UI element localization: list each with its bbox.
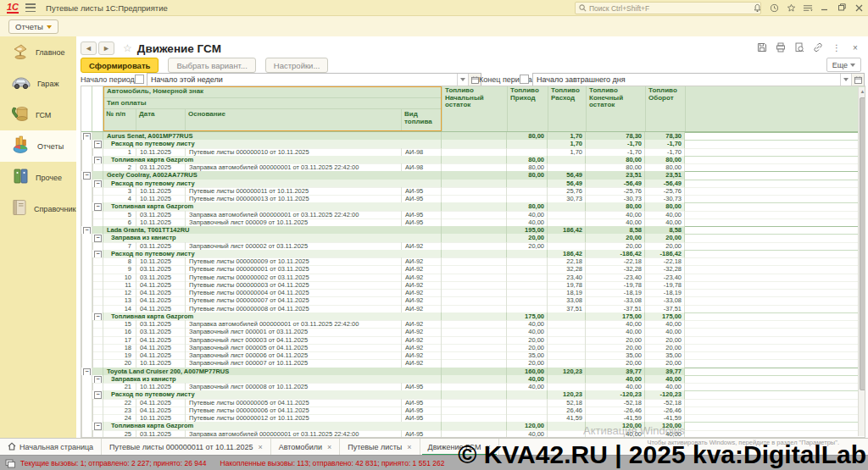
table-row[interactable]: 2110.11.2025Заправочный лист 000008 от 1… [81,383,865,390]
table-group-row[interactable]: −Топливная карта Gazprom80,0080,0080,00 [81,202,865,210]
tab-close-icon[interactable]: × [258,443,262,451]
period-start-checkbox[interactable] [135,75,144,84]
sidebar-item-main[interactable]: Главное [0,36,76,68]
sidebar-item-gsm[interactable]: ГСМ [0,99,76,130]
table-group-row[interactable]: −Geely Coolray, A002AA77RUS80,0056,4923,… [81,171,865,179]
table-group-row[interactable]: −Топливная карта Gazprom120,00120,00120,… [81,422,865,429]
performance-indicator-icon[interactable] [5,459,15,468]
main-menu-icon[interactable] [25,3,36,12]
generate-button[interactable]: Сформировать [81,58,159,73]
search-input[interactable]: Поиск Ctrl+Shift+F [575,2,761,14]
sidebar-item-garage[interactable]: Гараж [0,68,76,99]
minimize-icon[interactable] [819,2,831,14]
collapse-toggle-icon[interactable]: − [83,368,91,375]
table-row[interactable]: 2503.11.2025Заправка автомобилей 0000000… [81,430,865,438]
table-row[interactable]: 1003.11.2025Путевые листы 000000002 от 0… [81,274,865,281]
window-tab[interactable]: Путевые листы× [340,439,420,456]
table-row[interactable]: 903.11.2025Путевые листы 000000001 от 03… [81,265,865,273]
header-fuel-type[interactable]: Вид топлива [402,109,442,131]
table-group-row[interactable]: −Aurus Senat, A001MP77RUS80,001,7078,307… [81,132,865,140]
dropdown-button[interactable] [457,74,468,86]
table-group-row[interactable]: −Расход по путевому листу120,23-120,23-1… [81,390,865,398]
header-num[interactable]: № п/п [103,109,136,131]
table-group-row[interactable]: −Расход по путевому листу56,49-56,49-56,… [81,180,865,187]
collapse-toggle-icon[interactable]: − [94,157,102,163]
get-link-icon[interactable] [812,41,824,53]
table-row[interactable]: 1904.11.2025Заправочный лист 000006 от 0… [81,351,865,359]
vertical-scrollbar[interactable]: ▲ [858,87,865,436]
table-row[interactable]: 1503.11.2025Заправка автомобилей 0000000… [81,320,865,328]
collapse-toggle-icon[interactable]: − [94,235,102,241]
save-icon[interactable] [756,41,768,53]
notifications-bell-icon[interactable] [751,2,763,14]
table-group-row[interactable]: −Расход по путевому листу186,42-186,42-1… [81,250,865,257]
header-basis[interactable]: Основание [186,109,402,131]
print-icon[interactable] [775,41,787,53]
reports-menu-button[interactable]: Отчеты [8,19,58,34]
header-vehicle[interactable]: Автомобиль, Номерной знак [103,86,442,98]
table-group-row[interactable]: −Lada Granta, T001TT142RU195,00186,428,5… [81,226,865,234]
sidebar-item-other[interactable]: Прочее [0,162,76,193]
table-row[interactable]: 1204.11.2025Путевые листы 000000004 от 0… [81,289,865,296]
table-group-row[interactable]: −Топливная карта Gazprom80,0080,0080,00 [81,156,865,163]
close-report-icon[interactable]: × [849,41,861,53]
table-group-row[interactable]: −Заправка из канистр40,0040,0040,00 [81,375,865,383]
dropdown-button[interactable] [840,74,851,86]
table-row[interactable]: 310.11.2025Путевые листы 000000011 от 10… [81,187,865,195]
collapse-toggle-icon[interactable]: − [94,251,102,257]
print-preview-icon[interactable] [793,41,805,53]
more-button[interactable]: Еще [826,58,861,72]
table-group-row[interactable]: −Расход по путевому листу1,70-1,70-1,70 [81,140,865,147]
header-fuel-begin[interactable]: Топливо Начальный остаток [442,86,508,131]
table-row[interactable]: 1104.11.2025Путевые листы 000000003 от 0… [81,281,865,289]
table-row[interactable]: 810.11.2025Путевые листы 000000009 от 10… [81,257,865,265]
collapse-toggle-icon[interactable]: − [94,141,102,147]
table-row[interactable]: 110.11.2025Путевые листы 000000010 от 10… [81,148,865,156]
collapse-toggle-icon[interactable]: − [94,423,102,429]
tab-close-icon[interactable]: × [327,443,331,451]
close-window-icon[interactable] [853,2,865,14]
table-group-row[interactable]: −Toyota Land Cruiser 200, A007MP77RUS160… [81,368,865,375]
table-group-row[interactable]: −Топливная карта Gazprom175,00175,00175,… [81,312,865,320]
period-end-input[interactable]: Начало завтрашнего дня [532,73,865,86]
favorites-star-icon[interactable] [785,2,797,14]
table-row[interactable]: 1704.11.2025Заправочный лист 000003 от 0… [81,336,865,344]
choose-variant-button[interactable]: Выбрать вариант... [168,58,255,73]
header-payment-type[interactable]: Тип оплаты [103,98,442,109]
table-row[interactable]: 610.11.2025Заправочный лист 000009 от 10… [81,218,865,226]
forward-button[interactable]: ► [98,41,114,55]
table-group-row[interactable]: −Заправка из канистр20,0020,0020,00 [81,234,865,241]
back-button[interactable]: ◄ [81,41,97,55]
sidebar-item-dictionaries[interactable]: Справочники [0,193,76,224]
settings-button[interactable]: Настройки... [265,58,329,73]
period-start-input[interactable]: Начало этой недели [147,73,481,86]
collapse-toggle-icon[interactable]: − [83,172,91,179]
scrollbar-thumb[interactable] [860,97,865,390]
header-fuel-end[interactable]: Топливо Конечный остаток [587,86,646,131]
tab-close-icon[interactable]: × [407,443,411,451]
table-row[interactable]: 1404.11.2025Путевые листы 000000008 от 0… [81,305,865,312]
collapse-toggle-icon[interactable]: − [83,133,91,140]
collapse-toggle-icon[interactable]: − [94,313,102,320]
window-tab[interactable]: Автомобили× [271,439,341,456]
table-row[interactable]: 203.11.2025Заправка автомобилей 00000000… [81,163,865,171]
table-row[interactable]: 1304.11.2025Путевые листы 000000007 от 0… [81,296,865,304]
calendar-button[interactable] [851,74,864,86]
table-row[interactable]: 2010.11.2025Заправочный лист 000007 от 1… [81,359,865,367]
header-fuel-turnover[interactable]: Топливо Оборот [646,86,686,131]
table-row[interactable]: 2410.11.2025Путевые листы 000000012 от 1… [81,414,865,422]
sidebar-item-reports[interactable]: Отчеты [0,130,76,162]
window-tab[interactable]: Путевые листы 000000011 от 10.11.2025× [102,439,271,456]
restore-window-icon[interactable] [836,2,848,14]
table-row[interactable]: 503.11.2025Заправка автомобилей 00000000… [81,211,865,218]
scroll-up-icon[interactable]: ▲ [859,87,865,95]
table-row[interactable]: 2204.11.2025Путевые листы 000000005 от 0… [81,399,865,406]
period-end-checkbox[interactable] [520,75,529,84]
collapse-toggle-icon[interactable]: − [94,180,102,187]
header-date[interactable]: Дата [136,109,186,131]
table-row[interactable]: 1804.11.2025Заправочный лист 000005 от 0… [81,344,865,351]
header-fuel-in[interactable]: Топливо Приход [508,86,548,131]
collapse-toggle-icon[interactable]: − [94,376,102,383]
table-row[interactable]: 2304.11.2025Путевые листы 000000006 от 0… [81,406,865,414]
service-menu-icon[interactable] [802,2,814,14]
